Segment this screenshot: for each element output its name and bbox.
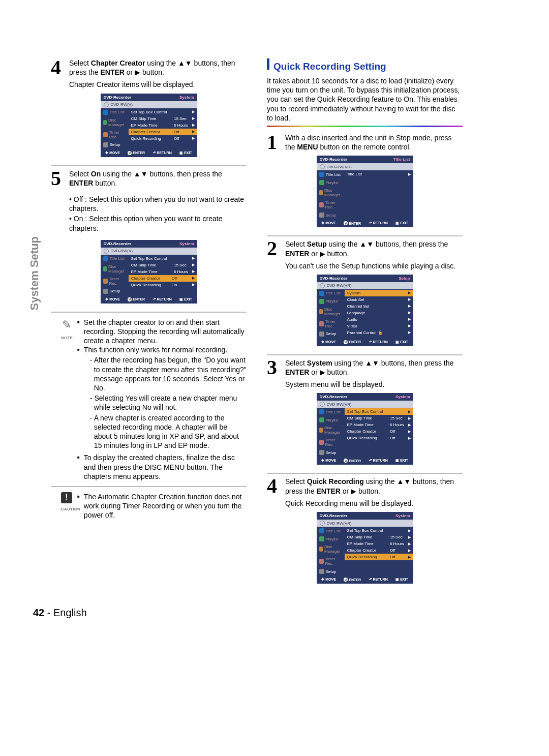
osd-screen-titlelist: DVD-RecorderTitle ListDVD-RW(VR) Title L… bbox=[317, 156, 413, 227]
option-off: • Off : Select this option when you do n… bbox=[69, 195, 247, 213]
step-1: 1 With a disc inserted and the unit in S… bbox=[267, 133, 463, 152]
osd-screen-setup: DVD-RecorderSetupDVD-RW(VR) Title ListPl… bbox=[317, 275, 413, 346]
left-column: 4 Select Chapter Creator using the ▲▼ bu… bbox=[51, 58, 247, 592]
section-heading: Quick Recording Setting bbox=[267, 58, 463, 72]
osd-screen-chapter-creator: DVD-RecorderSystemDVD-RW(V) Title ListDi… bbox=[101, 94, 197, 157]
step-3: 3 Select System using the ▲▼ buttons, th… bbox=[267, 358, 463, 377]
step-2-sub: You can't use the Setup functions while … bbox=[285, 261, 463, 270]
osd-screen-chapter-creator-on: DVD-RecorderSystemDVD-RW(V) Title ListDi… bbox=[101, 240, 197, 304]
note-item: This function only works for normal reco… bbox=[84, 345, 247, 453]
step-4-sub: Chapter Creator items will be displayed. bbox=[69, 80, 247, 89]
step-5: 5 Select On using the ▲▼ buttons, then p… bbox=[51, 169, 247, 188]
intro-text: It takes about 10 seconds for a disc to … bbox=[267, 76, 463, 123]
caution-icon: !CAUTION bbox=[61, 492, 72, 520]
step-4-sub: Quick Recording menu will be displayed. bbox=[285, 499, 463, 508]
osd-screen-system: DVD-RecorderSystemDVD-RW(VR) Title ListP… bbox=[317, 393, 413, 465]
right-column: Quick Recording Setting It takes about 1… bbox=[267, 58, 463, 592]
caution-text: The Automatic Chapter Creation function … bbox=[84, 492, 247, 520]
note-icon: ✎NOTE bbox=[61, 318, 72, 481]
section-tab: System Setup bbox=[28, 236, 41, 311]
note-item: To display the created chapters, finaliz… bbox=[84, 453, 247, 481]
step-number: 4 bbox=[51, 58, 65, 77]
step-4-left: 4 Select Chapter Creator using the ▲▼ bu… bbox=[51, 58, 247, 77]
note-item: Set the chapter creator to on and then s… bbox=[84, 318, 247, 346]
osd-screen-quick-recording: DVD-RecorderSystemDVD-RW(VR) Title ListP… bbox=[317, 512, 413, 584]
step-3-sub: System menu will be displayed. bbox=[285, 380, 463, 389]
step-2: 2 Select Setup using the ▲▼ buttons, the… bbox=[267, 239, 463, 258]
caution-block: !CAUTION The Automatic Chapter Creation … bbox=[61, 492, 247, 520]
step-number: 5 bbox=[51, 169, 65, 188]
option-on: • On : Select this option when you want … bbox=[69, 214, 247, 232]
step-4-right: 4 Select Quick Recording using the ▲▼ bu… bbox=[267, 477, 463, 495]
note-block: ✎NOTE Set the chapter creator to on and … bbox=[61, 318, 247, 481]
page-footer: 42 - English bbox=[33, 607, 498, 619]
